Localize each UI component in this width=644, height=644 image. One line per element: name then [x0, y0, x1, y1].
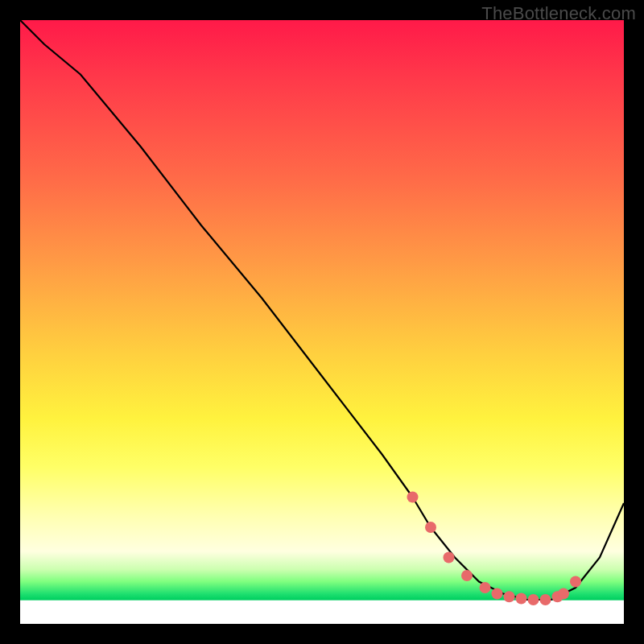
- watermark-text: TheBottleneck.com: [481, 3, 636, 24]
- marker-point: [480, 582, 491, 593]
- marker-point: [504, 591, 515, 602]
- marker-point: [516, 593, 527, 605]
- chart-frame: TheBottleneck.com: [0, 0, 644, 644]
- plot-area: [20, 20, 624, 624]
- marker-point: [444, 552, 455, 564]
- chart-svg: [20, 20, 624, 624]
- marker-point: [425, 522, 436, 533]
- marker-point: [528, 594, 539, 605]
- marker-point: [558, 588, 569, 600]
- bottleneck-curve: [20, 20, 624, 600]
- marker-point: [570, 576, 581, 588]
- marker-point: [492, 588, 503, 600]
- marker-point: [540, 594, 551, 605]
- marker-point: [407, 492, 419, 503]
- marker-point: [461, 570, 473, 581]
